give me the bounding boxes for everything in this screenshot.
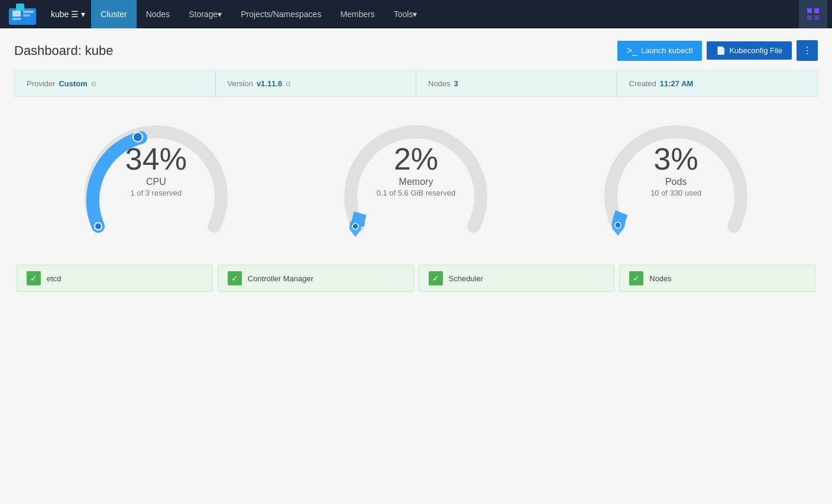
status-bar: ✓ etcd ✓ Controller Manager ✓ Scheduler …: [14, 265, 818, 292]
pods-label: Pods: [650, 177, 701, 187]
cpu-gauge-svg: 34% CPU 1 of 3 reserved: [67, 111, 245, 241]
gauges-row: 34% CPU 1 of 3 reserved: [14, 111, 818, 241]
cpu-gauge: 34% CPU 1 of 3 reserved: [50, 111, 263, 241]
svg-rect-9: [814, 15, 819, 20]
created-info: Created 11:27 AM: [617, 71, 818, 96]
logo: [5, 2, 40, 26]
copy-provider-icon[interactable]: ⧉: [91, 80, 96, 88]
memory-percent: 2%: [377, 144, 456, 174]
nodes-status-label: Nodes: [649, 274, 672, 283]
launch-kubectl-button[interactable]: >_ Launch kubectl: [617, 41, 702, 61]
status-etcd: ✓ etcd: [17, 265, 213, 292]
cpu-label: CPU: [125, 177, 187, 187]
nav-item-storage[interactable]: Storage ▾: [179, 0, 231, 28]
svg-rect-1: [12, 11, 21, 17]
nodes-info: Nodes 3: [416, 71, 617, 96]
status-nodes: ✓ Nodes: [619, 265, 815, 292]
memory-sub: 0.1 of 5.6 GiB reserved: [377, 188, 456, 197]
version-info: Version v1.11.6 ⧉: [215, 71, 416, 96]
cluster-name: kube: [51, 9, 69, 19]
svg-rect-6: [807, 8, 812, 13]
pods-percent: 3%: [650, 144, 701, 174]
info-bar: Provider Custom ⧉ Version v1.11.6 ⧉ Node…: [14, 70, 818, 97]
nav-right: [799, 0, 827, 28]
nav-item-cluster[interactable]: Cluster: [91, 0, 136, 28]
pods-gauge: 3% Pods 10 of 330 used: [569, 111, 782, 241]
header-buttons: >_ Launch kubectl 📄 Kubeconfig File ⋮: [617, 40, 818, 61]
topnav: kube ☰ ▾ Cluster Nodes Storage ▾ Project…: [0, 0, 832, 28]
chevron-down-icon: ▾: [81, 9, 85, 19]
nodes-check-icon: ✓: [629, 271, 643, 285]
terminal-icon: >_: [627, 45, 637, 56]
memory-label: Memory: [377, 177, 456, 187]
more-actions-button[interactable]: ⋮: [797, 40, 818, 61]
grid-icon-button[interactable]: [799, 0, 827, 28]
scheduler-label: Scheduler: [449, 274, 484, 283]
nav-item-members[interactable]: Members: [331, 0, 384, 28]
etcd-label: etcd: [47, 274, 61, 283]
svg-rect-5: [16, 4, 24, 11]
svg-rect-8: [807, 15, 812, 20]
svg-point-13: [352, 223, 358, 229]
nav-item-projects[interactable]: Projects/Namespaces: [231, 0, 331, 28]
page-header: Dashboard: kube >_ Launch kubectl 📄 Kube…: [14, 40, 818, 61]
etcd-check-icon: ✓: [27, 271, 41, 285]
cpu-percent: 34%: [125, 144, 187, 174]
file-icon: 📄: [716, 46, 726, 55]
svg-rect-4: [23, 14, 30, 17]
copy-version-icon[interactable]: ⧉: [286, 80, 291, 88]
pods-center-text: 3% Pods 10 of 330 used: [650, 144, 701, 197]
svg-rect-2: [12, 18, 21, 20]
controller-check-icon: ✓: [228, 271, 242, 285]
status-controller-manager: ✓ Controller Manager: [218, 265, 414, 292]
memory-gauge: 2% Memory 0.1 of 5.6 GiB reserved: [309, 111, 522, 241]
svg-point-15: [615, 222, 621, 228]
scheduler-check-icon: ✓: [429, 271, 443, 285]
svg-point-11: [95, 223, 102, 230]
cpu-sub: 1 of 3 reserved: [125, 188, 187, 197]
svg-rect-7: [814, 8, 819, 13]
nav-item-nodes[interactable]: Nodes: [137, 0, 179, 28]
cluster-icon: ☰: [71, 9, 79, 19]
cpu-center-text: 34% CPU 1 of 3 reserved: [125, 144, 187, 197]
page-title: Dashboard: kube: [14, 43, 114, 58]
chevron-down-icon: ▾: [413, 9, 417, 19]
svg-rect-3: [23, 11, 34, 13]
kubeconfig-file-button[interactable]: 📄 Kubeconfig File: [707, 41, 792, 60]
svg-point-10: [133, 132, 143, 142]
nav-item-tools[interactable]: Tools ▾: [384, 0, 427, 28]
memory-center-text: 2% Memory 0.1 of 5.6 GiB reserved: [377, 144, 456, 197]
page-content: Dashboard: kube >_ Launch kubectl 📄 Kube…: [0, 28, 832, 304]
cluster-selector[interactable]: kube ☰ ▾: [45, 9, 91, 19]
pods-sub: 10 of 330 used: [650, 188, 701, 197]
pods-gauge-svg: 3% Pods 10 of 330 used: [587, 111, 765, 241]
provider-info: Provider Custom ⧉: [15, 71, 215, 96]
memory-gauge-svg: 2% Memory 0.1 of 5.6 GiB reserved: [327, 111, 504, 241]
controller-manager-label: Controller Manager: [248, 274, 313, 283]
chevron-down-icon: ▾: [218, 9, 222, 19]
status-scheduler: ✓ Scheduler: [419, 265, 615, 292]
